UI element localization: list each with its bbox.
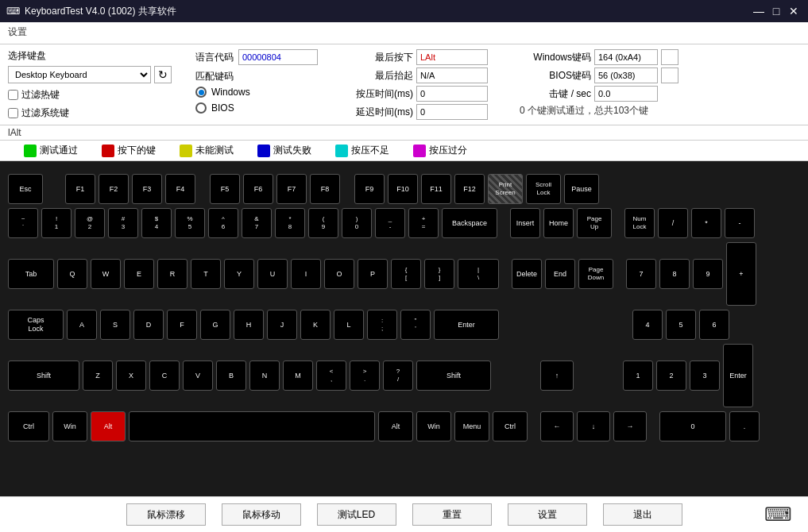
key-s[interactable]: S — [100, 310, 130, 340]
key-f8[interactable]: F8 — [310, 174, 340, 204]
windows-radio[interactable] — [195, 87, 207, 98]
key-4[interactable]: $4 — [141, 208, 172, 238]
key-backspace[interactable]: Backspace — [442, 208, 497, 238]
key-f10[interactable]: F10 — [388, 174, 418, 204]
key-u[interactable]: U — [257, 259, 288, 289]
key-numpad-dot[interactable]: . — [729, 411, 760, 441]
key-1[interactable]: !1 — [41, 208, 72, 238]
key-f9[interactable]: F9 — [354, 174, 385, 204]
key-tab[interactable]: Tab — [8, 259, 54, 289]
key-insert[interactable]: Insert — [510, 208, 540, 238]
key-arrow-left[interactable]: ← — [540, 411, 574, 441]
key-caps-lock[interactable]: CapsLock — [8, 310, 64, 340]
key-e[interactable]: E — [124, 259, 154, 289]
key-d[interactable]: D — [133, 310, 164, 340]
key-left-win[interactable]: Win — [52, 411, 87, 441]
key-f6[interactable]: F6 — [243, 174, 273, 204]
keyboard-select[interactable]: Desktop Keyboard — [8, 66, 151, 83]
key-a[interactable]: A — [67, 310, 97, 340]
key-b[interactable]: B — [216, 360, 246, 391]
key-8[interactable]: *8 — [275, 208, 305, 238]
key-y[interactable]: Y — [224, 259, 254, 289]
reset-button[interactable]: 重置 — [412, 503, 492, 526]
key-tilde[interactable]: ~` — [8, 208, 38, 238]
key-r[interactable]: R — [157, 259, 188, 289]
key-m[interactable]: M — [283, 360, 313, 391]
key-menu[interactable]: Menu — [454, 411, 489, 441]
key-period[interactable]: >. — [350, 360, 380, 391]
key-right-alt[interactable]: Alt — [378, 411, 413, 441]
key-numpad-2[interactable]: 2 — [656, 360, 686, 391]
key-z[interactable]: Z — [83, 360, 113, 391]
refresh-button[interactable]: ↻ — [154, 66, 172, 83]
key-5[interactable]: %5 — [175, 208, 205, 238]
key-numpad-8[interactable]: 8 — [659, 259, 690, 289]
key-numpad-1[interactable]: 1 — [623, 360, 653, 391]
key-numpad-0[interactable]: 0 — [659, 411, 726, 441]
key-f3[interactable]: F3 — [132, 174, 162, 204]
key-quote[interactable]: "' — [400, 310, 431, 340]
minimize-button[interactable]: — — [751, 3, 767, 19]
bios-radio[interactable] — [195, 102, 207, 114]
key-i[interactable]: I — [291, 259, 321, 289]
key-t[interactable]: T — [191, 259, 221, 289]
key-c[interactable]: C — [149, 360, 180, 391]
key-left-bracket[interactable]: {[ — [391, 259, 421, 289]
key-numpad-slash[interactable]: / — [658, 208, 688, 238]
key-page-up[interactable]: PageUp — [577, 208, 612, 238]
exit-button[interactable]: 退出 — [603, 503, 682, 526]
key-semicolon[interactable]: :; — [367, 310, 397, 340]
key-end[interactable]: End — [545, 259, 575, 289]
key-numpad-6[interactable]: 6 — [699, 310, 729, 340]
key-f7[interactable]: F7 — [276, 174, 307, 204]
key-f5[interactable]: F5 — [210, 174, 240, 204]
filter-hotkey-checkbox[interactable] — [8, 90, 18, 100]
key-arrow-right[interactable]: → — [613, 411, 647, 441]
mouse-drift-button[interactable]: 鼠标漂移 — [126, 503, 206, 526]
key-3[interactable]: #3 — [108, 208, 138, 238]
key-numpad-5[interactable]: 5 — [666, 310, 696, 340]
key-numpad-9[interactable]: 9 — [693, 259, 723, 289]
key-numpad-plus[interactable]: + — [726, 242, 756, 306]
filter-system-checkbox[interactable] — [8, 108, 18, 118]
key-arrow-up[interactable]: ↑ — [540, 360, 574, 391]
key-f12[interactable]: F12 — [454, 174, 485, 204]
key-f11[interactable]: F11 — [421, 174, 451, 204]
key-page-down[interactable]: PageDown — [578, 259, 613, 289]
key-0[interactable]: )0 — [342, 208, 372, 238]
key-numpad-3[interactable]: 3 — [690, 360, 720, 391]
key-w[interactable]: W — [91, 259, 121, 289]
key-l[interactable]: L — [334, 310, 364, 340]
key-right-bracket[interactable]: }] — [424, 259, 454, 289]
key-left-alt[interactable]: Alt — [91, 411, 126, 441]
key-backslash[interactable]: |\ — [458, 259, 499, 289]
key-slash[interactable]: ?/ — [383, 360, 413, 391]
key-x[interactable]: X — [116, 360, 146, 391]
key-minus[interactable]: _- — [375, 208, 405, 238]
key-right-win[interactable]: Win — [416, 411, 451, 441]
key-equals[interactable]: += — [408, 208, 439, 238]
key-v[interactable]: V — [183, 360, 213, 391]
key-comma[interactable]: <, — [316, 360, 346, 391]
key-numpad-enter[interactable]: Enter — [723, 344, 753, 407]
test-led-button[interactable]: 测试LED — [317, 503, 396, 526]
key-numpad-minus[interactable]: - — [725, 208, 755, 238]
key-enter[interactable]: Enter — [434, 310, 499, 340]
key-arrow-down[interactable]: ↓ — [577, 411, 610, 441]
key-numpad-star[interactable]: * — [691, 208, 721, 238]
key-left-ctrl[interactable]: Ctrl — [8, 411, 49, 441]
key-space[interactable] — [129, 411, 375, 441]
key-numpad-7[interactable]: 7 — [626, 259, 656, 289]
key-f[interactable]: F — [167, 310, 197, 340]
key-2[interactable]: @2 — [75, 208, 105, 238]
key-right-ctrl[interactable]: Ctrl — [493, 411, 528, 441]
key-7[interactable]: &7 — [242, 208, 272, 238]
key-left-shift[interactable]: Shift — [8, 360, 79, 391]
key-j[interactable]: J — [267, 310, 297, 340]
key-o[interactable]: O — [324, 259, 354, 289]
key-k[interactable]: K — [300, 310, 331, 340]
key-num-lock[interactable]: NumLock — [624, 208, 655, 238]
lang-code-input[interactable] — [238, 49, 318, 65]
mouse-move-button[interactable]: 鼠标移动 — [222, 503, 301, 526]
key-print-screen[interactable]: PrintScreen — [488, 174, 523, 204]
